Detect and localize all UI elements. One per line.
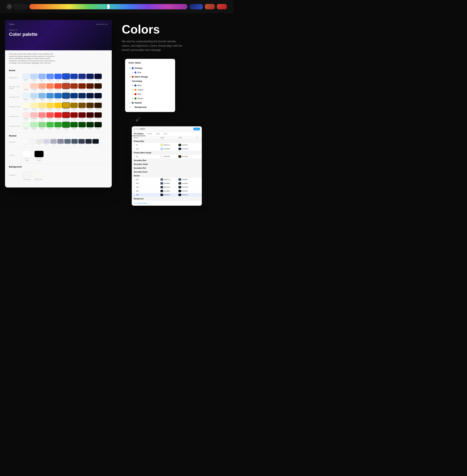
swatch-2-9[interactable] (94, 93, 102, 98)
neutral-swatch-2[interactable] (36, 139, 43, 144)
swatch-1-2[interactable] (38, 83, 46, 89)
swatch-3-5[interactable] (62, 103, 70, 108)
var-row-0-0[interactable]: 50#E5F1A1#222F1F (132, 143, 202, 147)
style-item-1[interactable]: ▶Blue (129, 70, 172, 75)
var-tabs[interactable]: All variables Name Light Dark (132, 132, 202, 136)
swatch-4-3[interactable] (46, 112, 54, 118)
swatch-0-4[interactable] (54, 74, 62, 79)
style-item-8[interactable]: ▶Neutral (129, 101, 172, 105)
swatch-0-9[interactable] (94, 74, 102, 79)
swatch-0-1[interactable] (30, 74, 38, 79)
swatch-1-8[interactable] (86, 83, 94, 89)
tab-light[interactable]: Light (154, 132, 162, 136)
var-row-6-3[interactable]: 800#6C3030#101820 (132, 189, 202, 193)
swatch-3-1[interactable] (30, 103, 38, 108)
swatch-0-0[interactable] (22, 74, 30, 79)
style-item-3[interactable]: ▼Secondary (129, 79, 172, 83)
style-item-4[interactable]: ▶Blue (129, 83, 172, 88)
swatch-1-3[interactable] (46, 83, 54, 89)
gradient-handle[interactable] (107, 4, 110, 9)
swatch-1-0[interactable] (22, 83, 30, 89)
var-footer[interactable]: + + Create variable (132, 201, 202, 206)
swatch-4-4[interactable] (54, 112, 62, 118)
swatch-4-7[interactable] (78, 112, 86, 118)
swatch-5-1[interactable] (30, 122, 38, 127)
swatch-2-5[interactable] (62, 93, 70, 98)
swatch-5-7[interactable] (78, 122, 86, 127)
swatch-2-2[interactable] (38, 93, 46, 98)
neutral-swatch-6[interactable] (64, 139, 71, 144)
swatch-0-8[interactable] (86, 74, 94, 79)
swatch-0-7[interactable] (78, 74, 86, 79)
swatch-1-4[interactable] (54, 83, 62, 89)
var-row-6-1[interactable]: 600#5F96B8#2A3840 (132, 181, 202, 185)
swatch-3-2[interactable] (38, 103, 46, 108)
swatch-2-8[interactable] (86, 93, 94, 98)
var-row-6-2[interactable]: 700#6C7BC4#1C2430 (132, 185, 202, 189)
color-input[interactable] (14, 4, 27, 9)
tab-all-variables[interactable]: All variables (132, 132, 146, 136)
blue-gradient-swatch[interactable] (189, 4, 203, 9)
red-gradient-swatch[interactable] (217, 4, 227, 9)
swatch-5-2[interactable] (38, 122, 46, 127)
swatch-3-6[interactable] (70, 103, 78, 108)
swatch-4-9[interactable] (94, 112, 102, 118)
swatch-5-9[interactable] (94, 122, 102, 127)
tab-name[interactable]: Name (146, 132, 154, 136)
swatch-2-1[interactable] (30, 93, 38, 98)
var-row-6-4[interactable]: 900#080C2F#080C18 (132, 193, 202, 197)
swatch-5-5[interactable] (62, 122, 70, 127)
style-item-6[interactable]: ▶Red (129, 92, 172, 96)
swatch-4-1[interactable] (30, 112, 38, 118)
neutral-swatch-9[interactable] (85, 139, 92, 144)
swatch-4-5[interactable] (62, 112, 70, 118)
neutral-swatch-4[interactable] (50, 139, 57, 144)
swatch-1-1[interactable] (30, 83, 38, 89)
swatch-0-5[interactable] (62, 74, 70, 79)
neutral-swatch-3[interactable] (43, 139, 50, 144)
neutral-swatch-1[interactable] (29, 139, 36, 144)
swatch-1-7[interactable] (78, 83, 86, 89)
var-done-button[interactable]: Done (194, 128, 200, 130)
swatch-5-6[interactable] (70, 122, 78, 127)
close-button[interactable]: × (7, 4, 12, 9)
swatch-0-3[interactable] (46, 74, 54, 79)
swatch-2-7[interactable] (78, 93, 86, 98)
style-item-5[interactable]: ▶Yellow (129, 88, 172, 92)
swatch-4-8[interactable] (86, 112, 94, 118)
style-item-9[interactable]: ▶Background (129, 105, 172, 109)
tab-dark[interactable]: Dark (162, 132, 169, 136)
swatch-2-3[interactable] (46, 93, 54, 98)
swatch-1-5[interactable] (62, 83, 70, 89)
swatch-5-8[interactable] (86, 122, 94, 127)
neutral-swatch-7[interactable] (71, 139, 78, 144)
var-row-1-0[interactable]: 50#FFF3F0#2A1008 (132, 155, 202, 159)
neutral-swatch-10[interactable] (92, 139, 99, 144)
swatch-3-4[interactable] (54, 103, 62, 108)
create-variable-label[interactable]: + Create variable (136, 202, 147, 204)
swatch-3-8[interactable] (86, 103, 94, 108)
neutral-swatch-5[interactable] (57, 139, 64, 144)
swatch-3-0[interactable] (22, 103, 30, 108)
swatch-3-3[interactable] (46, 103, 54, 108)
swatch-3-9[interactable] (94, 103, 102, 108)
swatch-0-2[interactable] (38, 74, 46, 79)
swatch-2-0[interactable] (22, 93, 30, 98)
style-item-7[interactable]: ▶Green (129, 96, 172, 101)
swatch-2-4[interactable] (54, 93, 62, 98)
swatch-1-9[interactable] (94, 83, 102, 89)
style-item-0[interactable]: ▶Primary (129, 66, 172, 70)
style-item-2[interactable]: ▶Warm Orange (129, 75, 172, 79)
swatch-5-3[interactable] (46, 122, 54, 127)
var-row-6-0[interactable]: 500#6E8CA3#395060 (132, 178, 202, 181)
gradient-spectrum-bar[interactable] (29, 4, 187, 9)
swatch-4-2[interactable] (38, 112, 46, 118)
swatch-2-6[interactable] (70, 93, 78, 98)
swatch-0-6[interactable] (70, 74, 78, 79)
swatch-4-0[interactable] (22, 112, 30, 118)
swatch-5-0[interactable] (22, 122, 30, 127)
swatch-3-7[interactable] (78, 103, 86, 108)
swatch-1-6[interactable] (70, 83, 78, 89)
neutral-swatch-8[interactable] (78, 139, 85, 144)
swatch-5-4[interactable] (54, 122, 62, 127)
